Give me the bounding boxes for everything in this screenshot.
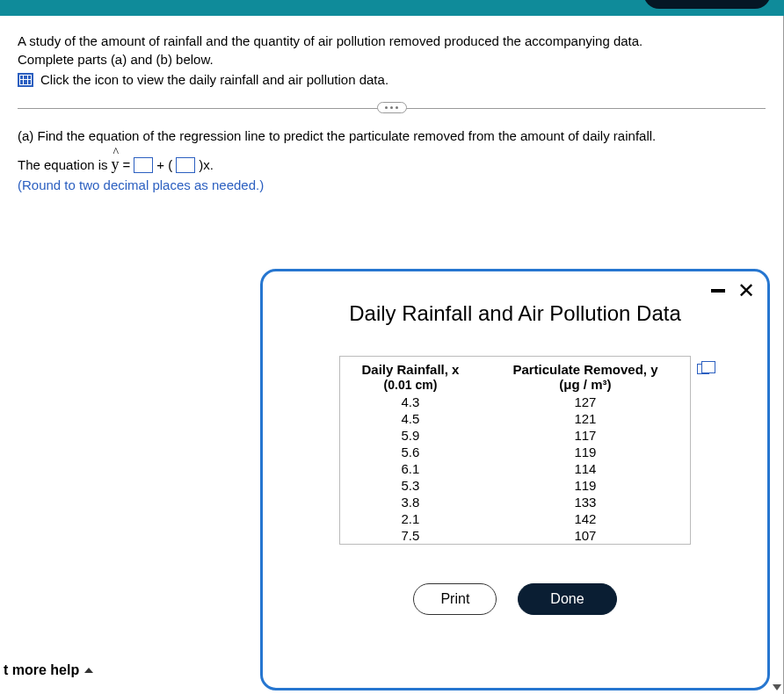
cell-y: 117 — [481, 427, 690, 444]
eq-plus: + ( — [156, 157, 172, 172]
scroll-down-icon[interactable] — [773, 684, 781, 690]
content-area: A study of the amount of rainfall and th… — [0, 16, 784, 694]
slope-input[interactable] — [176, 157, 195, 173]
modal-title: Daily Rainfall and Air Pollution Data — [263, 301, 767, 326]
cell-x: 2.1 — [340, 510, 481, 527]
cell-y: 107 — [481, 527, 690, 544]
round-note: (Round to two decimal places as needed.) — [18, 177, 766, 192]
part-a-prompt: (a) Find the equation of the regression … — [18, 128, 766, 143]
data-table-wrap: Daily Rainfall, x (0.01 cm) Particulate … — [339, 356, 691, 545]
data-link[interactable]: Click the icon to view the daily rainfal… — [40, 72, 388, 87]
done-button[interactable]: Done — [518, 583, 616, 615]
cell-x: 5.6 — [340, 444, 481, 460]
table-row: 5.9117 — [340, 427, 690, 444]
col1-unit: (0.01 cm) — [384, 378, 438, 392]
more-help-button[interactable]: t more help — [0, 657, 102, 683]
col2-header-text: Particulate Removed, y — [512, 362, 657, 377]
print-button[interactable]: Print — [413, 583, 497, 615]
cell-y: 119 — [481, 444, 690, 460]
cell-y: 133 — [481, 494, 690, 510]
y-hat-symbol: y — [112, 155, 120, 174]
copy-icon[interactable] — [697, 364, 709, 374]
close-icon[interactable]: ✕ — [737, 280, 755, 301]
problem-line2: Complete parts (a) and (b) below. — [18, 52, 214, 67]
table-row: 2.1142 — [340, 510, 690, 527]
col2-header: Particulate Removed, y (μg / m³) — [481, 357, 690, 394]
intercept-input[interactable] — [134, 157, 153, 173]
table-row: 4.3127 — [340, 394, 690, 410]
table-row: 5.6119 — [340, 444, 690, 460]
cell-y: 142 — [481, 510, 690, 527]
col2-unit: (μg / m³) — [559, 377, 611, 392]
cell-y: 114 — [481, 460, 690, 477]
col1-header-text: Daily Rainfall, x — [362, 362, 460, 377]
caret-up-icon — [84, 668, 93, 673]
problem-statement: A study of the amount of rainfall and th… — [18, 32, 766, 69]
header-button-area — [643, 0, 771, 9]
help-label: t more help — [4, 662, 79, 678]
data-modal: ✕ Daily Rainfall and Air Pollution Data … — [260, 269, 770, 690]
eq-equals: = — [123, 157, 131, 172]
table-row: 7.5107 — [340, 527, 690, 544]
app-header — [0, 0, 784, 16]
eq-suffix: )x. — [199, 157, 214, 172]
cell-x: 3.8 — [340, 494, 481, 510]
cell-y: 119 — [481, 477, 690, 494]
minimize-icon[interactable] — [711, 289, 725, 293]
col1-header: Daily Rainfall, x (0.01 cm) — [340, 357, 481, 394]
cell-x: 6.1 — [340, 460, 481, 477]
table-row: 4.5121 — [340, 410, 690, 427]
table-row: 6.1114 — [340, 460, 690, 477]
problem-line1: A study of the amount of rainfall and th… — [18, 33, 642, 48]
cell-x: 5.3 — [340, 477, 481, 494]
table-icon[interactable] — [18, 73, 33, 87]
table-row: 5.3119 — [340, 477, 690, 494]
data-table: Daily Rainfall, x (0.01 cm) Particulate … — [340, 357, 690, 544]
equation-line: The equation is y = + ( )x. — [18, 155, 766, 174]
cell-x: 4.5 — [340, 410, 481, 427]
cell-x: 4.3 — [340, 394, 481, 410]
cell-x: 7.5 — [340, 527, 481, 544]
cell-y: 121 — [481, 410, 690, 427]
table-row: 3.8133 — [340, 494, 690, 510]
eq-prefix: The equation is — [18, 157, 108, 172]
cell-y: 127 — [481, 394, 690, 410]
expand-icon[interactable] — [377, 102, 407, 113]
cell-x: 5.9 — [340, 427, 481, 444]
